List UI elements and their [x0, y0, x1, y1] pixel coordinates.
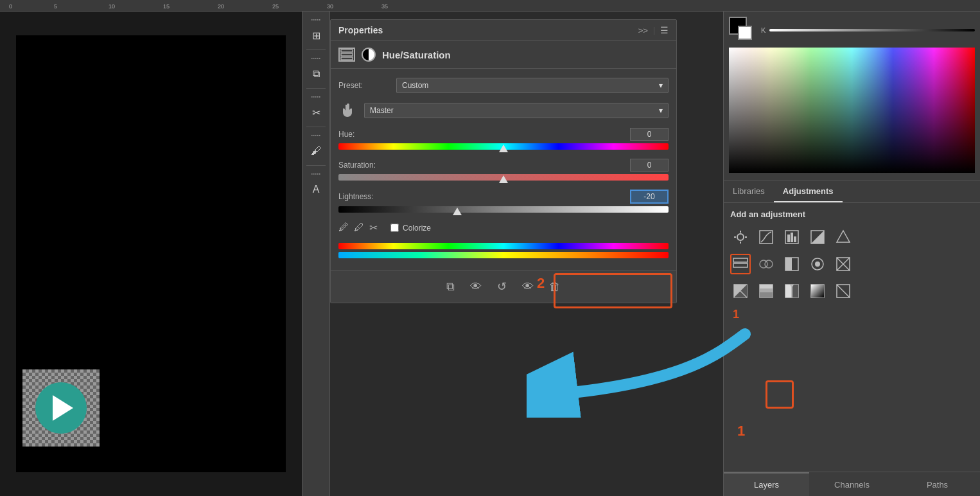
color-swatches-container — [729, 17, 756, 44]
hue-value-input[interactable] — [630, 128, 669, 141]
toolbar-label-1: ▪▪▪▪▪ — [311, 17, 321, 22]
panel-expand-icon[interactable]: >> — [638, 26, 648, 35]
toolbar-icon-1[interactable]: ⊞ — [307, 26, 325, 44]
background-color[interactable] — [738, 26, 752, 40]
color-picker-area: K — [724, 12, 980, 181]
adj-bw-icon[interactable] — [782, 254, 802, 274]
ruler-mark-10: 10 — [109, 3, 115, 10]
clip-to-layer-icon[interactable]: ⧉ — [444, 278, 457, 296]
lightness-label: Lightness: — [338, 192, 374, 201]
adj-photofilter-icon[interactable] — [807, 254, 828, 274]
eyedropper-minus-icon[interactable]: ✂ — [369, 222, 378, 234]
panel-footer: ⧉ 👁 ↺ 👁 🗑 — [331, 270, 676, 303]
adj-gradientmap-icon[interactable] — [807, 281, 828, 301]
toolbar-label-4: ▪▪▪▪▪ — [311, 133, 321, 137]
toolbar-icon-4[interactable]: 🖌 — [307, 142, 325, 160]
canvas-area — [0, 12, 302, 496]
adjustments-tab[interactable]: Adjustments — [774, 181, 843, 202]
lightness-slider-track[interactable] — [338, 206, 669, 213]
saturation-slider-track[interactable] — [338, 174, 669, 181]
saturation-slider-thumb[interactable] — [499, 175, 508, 183]
channel-dropdown[interactable]: Master ▾ — [364, 103, 669, 118]
panel-body: Preset: Custom ▾ Master ▾ Hue: — [331, 69, 676, 270]
panel-menu-icon[interactable]: ☰ — [660, 25, 669, 35]
channels-tab[interactable]: Channels — [809, 472, 895, 496]
svg-point-23 — [815, 261, 820, 267]
adj-curves-icon[interactable] — [756, 227, 776, 247]
adjustments-panel: Add an adjustment — [724, 203, 980, 472]
svg-rect-32 — [760, 292, 773, 297]
canvas-thumbnail — [22, 369, 100, 447]
eyedropper-icon[interactable]: 🖉 — [338, 222, 349, 234]
adj-colorbalance-icon[interactable] — [756, 254, 776, 274]
svg-rect-16 — [733, 258, 748, 262]
libraries-tab[interactable]: Libraries — [724, 181, 774, 202]
hue-row: Hue: — [338, 128, 669, 150]
svg-point-19 — [765, 260, 773, 268]
adj-number-1: 1 — [733, 308, 739, 321]
lightness-slider-thumb[interactable] — [453, 208, 462, 215]
paths-tab[interactable]: Paths — [895, 472, 980, 496]
ruler-mark-5: 5 — [54, 3, 57, 10]
adj-vibrance-icon[interactable] — [833, 227, 853, 247]
spectrum-black-layer — [729, 48, 975, 173]
hue-slider-track[interactable] — [338, 143, 669, 150]
panel-header: Properties >> | ☰ — [331, 20, 676, 41]
undo-icon[interactable]: ↺ — [494, 277, 509, 296]
adj-huesaturation-icon[interactable] — [730, 254, 751, 274]
saturation-value-input[interactable] — [630, 159, 669, 172]
adj-posterize-icon[interactable] — [756, 281, 776, 301]
ruler-top: 0 5 10 15 20 25 30 35 — [0, 0, 980, 12]
adj-levels-icon[interactable] — [782, 227, 802, 247]
preset-label: Preset: — [338, 81, 390, 90]
svg-rect-21 — [785, 258, 792, 270]
toolbar-divider-1 — [306, 49, 326, 50]
colorize-checkbox[interactable] — [390, 224, 399, 232]
toggle-visibility-icon[interactable]: 👁 — [468, 278, 484, 296]
toolbar-icon-2[interactable]: ⧉ — [307, 65, 325, 83]
k-label: K — [761, 26, 766, 34]
color-spectrum-container — [729, 48, 975, 173]
view-previous-icon[interactable]: 👁 — [520, 278, 536, 296]
right-panel-tabs: Libraries Adjustments — [724, 181, 980, 203]
adj-channelmixer-icon[interactable] — [833, 254, 853, 274]
adj-invert-icon[interactable] — [730, 281, 751, 301]
adj-threshold-icon[interactable] — [782, 281, 802, 301]
adj-selectivecolor-icon[interactable] — [833, 281, 853, 301]
preset-dropdown[interactable]: Custom ▾ — [396, 78, 669, 93]
channel-dropdown-arrow-icon: ▾ — [659, 106, 663, 115]
adj-exposure-icon[interactable] — [807, 227, 828, 247]
saturation-row: Saturation: — [338, 159, 669, 181]
k-slider[interactable] — [769, 29, 975, 31]
color-swatches-row: K — [729, 17, 975, 44]
canvas-black — [16, 35, 286, 472]
adj-icons-row-2 — [730, 254, 974, 274]
toolbar-icon-3[interactable]: ✂ — [307, 103, 325, 121]
hue-slider-thumb[interactable] — [499, 145, 508, 152]
delete-icon[interactable]: 🗑 — [547, 278, 563, 296]
toolbar-divider-3 — [306, 127, 326, 127]
finger-icon — [342, 103, 354, 118]
channel-row: Master ▾ — [338, 101, 669, 120]
layers-icon — [340, 49, 353, 60]
play-icon — [53, 395, 73, 421]
ruler-mark-15: 15 — [163, 3, 170, 10]
colorize-row: 🖉 🖊 ✂ Colorize — [338, 222, 669, 234]
ruler-marks: 0 5 10 15 20 25 30 35 — [3, 0, 980, 11]
toolbar-label-2: ▪▪▪▪▪ — [311, 56, 321, 60]
toolbar-icon-5[interactable]: A — [307, 181, 325, 199]
adj-number-labels-row: 1 — [730, 308, 974, 321]
lightness-value-input[interactable] — [630, 190, 669, 204]
adj-brightness-icon[interactable] — [730, 227, 751, 247]
panel-title: Properties — [338, 25, 383, 35]
preset-value: Custom — [402, 81, 428, 90]
lightness-header: Lightness: — [338, 190, 669, 204]
properties-panel: Properties >> | ☰ Hue/Saturation Preset:… — [330, 19, 677, 303]
eyedropper-plus-icon[interactable]: 🖊 — [354, 222, 364, 234]
layer-icon-box[interactable] — [338, 48, 355, 62]
colorize-checkbox-row: Colorize — [390, 224, 431, 233]
layers-tab[interactable]: Layers — [724, 472, 809, 496]
hand-icon[interactable] — [338, 101, 358, 120]
panel-divider: | — [653, 26, 655, 35]
toolbar-divider-2 — [306, 88, 326, 89]
